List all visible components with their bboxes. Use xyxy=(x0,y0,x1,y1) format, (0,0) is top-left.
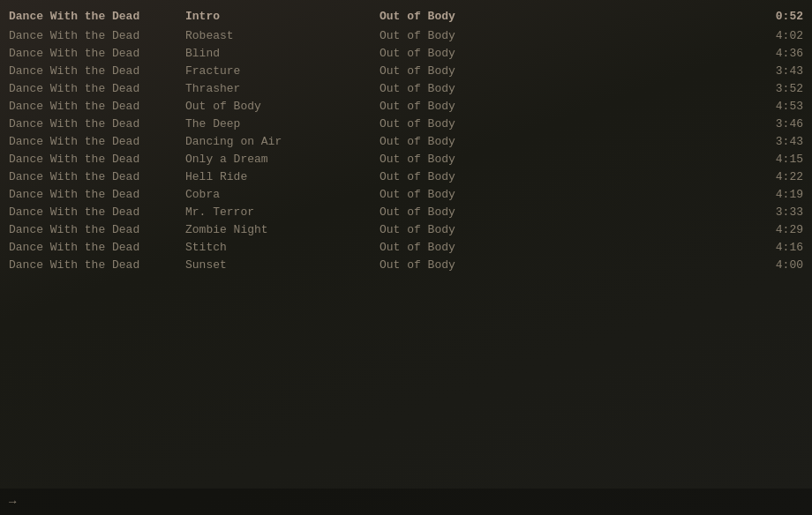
bottom-bar: → xyxy=(0,489,812,515)
track-artist: Dance With the Dead xyxy=(9,170,185,183)
track-album: Out of Body xyxy=(380,153,750,166)
track-duration: 4:36 xyxy=(750,47,803,60)
track-title: Hell Ride xyxy=(185,170,380,183)
table-row[interactable]: Dance With the DeadZombie NightOut of Bo… xyxy=(0,220,812,238)
table-row[interactable]: Dance With the DeadDancing on AirOut of … xyxy=(0,132,812,150)
track-album: Out of Body xyxy=(380,170,750,183)
track-album: Out of Body xyxy=(380,223,750,236)
table-row[interactable]: Dance With the DeadThe DeepOut of Body3:… xyxy=(0,115,812,132)
track-album: Out of Body xyxy=(380,205,750,219)
table-row[interactable]: Dance With the DeadCobraOut of Body4:19 xyxy=(0,185,812,203)
track-title: Robeast xyxy=(185,29,380,42)
track-duration: 3:46 xyxy=(750,117,803,131)
track-artist: Dance With the Dead xyxy=(9,153,185,166)
track-album: Out of Body xyxy=(380,29,750,42)
table-row[interactable]: Dance With the DeadMr. TerrorOut of Body… xyxy=(0,203,812,220)
track-duration: 4:19 xyxy=(750,188,803,201)
track-duration: 4:00 xyxy=(750,258,803,272)
track-title: Cobra xyxy=(185,188,380,201)
table-row[interactable]: Dance With the DeadOnly a DreamOut of Bo… xyxy=(0,150,812,168)
track-artist: Dance With the Dead xyxy=(9,100,185,113)
track-title: Dancing on Air xyxy=(185,135,380,148)
track-artist: Dance With the Dead xyxy=(9,188,185,201)
track-title: Only a Dream xyxy=(185,153,380,166)
track-album: Out of Body xyxy=(380,117,750,131)
track-duration: 4:53 xyxy=(750,100,803,113)
track-title: Thrasher xyxy=(185,82,380,95)
track-artist: Dance With the Dead xyxy=(9,47,185,60)
track-duration: 3:43 xyxy=(750,135,803,148)
track-duration: 4:22 xyxy=(750,170,803,183)
track-duration: 3:33 xyxy=(750,205,803,219)
track-album: Out of Body xyxy=(380,135,750,148)
track-title: Zombie Night xyxy=(185,223,380,236)
table-header: Dance With the Dead Intro Out of Body 0:… xyxy=(0,7,812,25)
track-title: Sunset xyxy=(185,258,380,272)
track-album: Out of Body xyxy=(380,241,750,254)
track-artist: Dance With the Dead xyxy=(9,135,185,148)
arrow-icon: → xyxy=(9,495,16,509)
track-artist: Dance With the Dead xyxy=(9,258,185,272)
track-artist: Dance With the Dead xyxy=(9,82,185,95)
track-duration: 3:43 xyxy=(750,64,803,78)
track-artist: Dance With the Dead xyxy=(9,64,185,78)
table-row[interactable]: Dance With the DeadSunsetOut of Body4:00 xyxy=(0,256,812,273)
track-artist: Dance With the Dead xyxy=(9,29,185,42)
track-artist: Dance With the Dead xyxy=(9,205,185,219)
track-rows: Dance With the DeadRobeastOut of Body4:0… xyxy=(0,26,812,273)
track-title: Fracture xyxy=(185,64,380,78)
track-duration: 4:02 xyxy=(750,29,803,42)
track-title: The Deep xyxy=(185,117,380,131)
track-artist: Dance With the Dead xyxy=(9,117,185,131)
track-title: Stitch xyxy=(185,241,380,254)
track-list: Dance With the Dead Intro Out of Body 0:… xyxy=(0,0,812,280)
track-duration: 4:29 xyxy=(750,223,803,236)
header-duration: 0:52 xyxy=(750,10,803,23)
track-title: Out of Body xyxy=(185,100,380,113)
track-duration: 4:16 xyxy=(750,241,803,254)
track-album: Out of Body xyxy=(380,188,750,201)
track-album: Out of Body xyxy=(380,82,750,95)
track-duration: 3:52 xyxy=(750,82,803,95)
track-title: Blind xyxy=(185,47,380,60)
table-row[interactable]: Dance With the DeadFractureOut of Body3:… xyxy=(0,62,812,79)
track-album: Out of Body xyxy=(380,64,750,78)
table-row[interactable]: Dance With the DeadBlindOut of Body4:36 xyxy=(0,44,812,62)
table-row[interactable]: Dance With the DeadOut of BodyOut of Bod… xyxy=(0,97,812,115)
header-title: Intro xyxy=(185,10,380,23)
track-album: Out of Body xyxy=(380,100,750,113)
track-album: Out of Body xyxy=(380,47,750,60)
table-row[interactable]: Dance With the DeadStitchOut of Body4:16 xyxy=(0,238,812,256)
header-album: Out of Body xyxy=(380,10,750,23)
track-artist: Dance With the Dead xyxy=(9,223,185,236)
table-row[interactable]: Dance With the DeadHell RideOut of Body4… xyxy=(0,168,812,185)
track-artist: Dance With the Dead xyxy=(9,241,185,254)
track-title: Mr. Terror xyxy=(185,205,380,219)
track-duration: 4:15 xyxy=(750,153,803,166)
header-artist: Dance With the Dead xyxy=(9,10,185,23)
table-row[interactable]: Dance With the DeadThrasherOut of Body3:… xyxy=(0,79,812,97)
track-album: Out of Body xyxy=(380,258,750,272)
table-row[interactable]: Dance With the DeadRobeastOut of Body4:0… xyxy=(0,26,812,44)
